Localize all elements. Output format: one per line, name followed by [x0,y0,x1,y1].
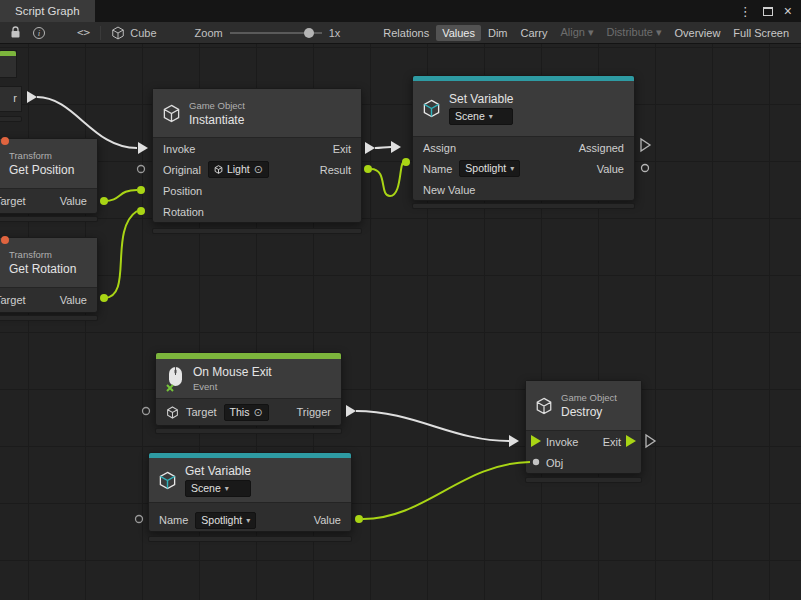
node-fragment-top[interactable] [0,50,17,78]
variable-kind-dropdown[interactable]: Scene ▾ [449,108,513,125]
port-label-value: Value [60,195,87,207]
node-footer [152,228,362,234]
node-footer [0,216,98,222]
toolbar-button-overview[interactable]: Overview [669,25,727,41]
toolbar-separator [100,26,101,40]
port-setvariable-assign[interactable] [391,141,401,153]
port-getrotation-value[interactable] [100,294,108,302]
port-label-exit: Exit [603,436,621,448]
wires-layer [0,44,801,600]
port-getvariable-value[interactable] [355,515,363,523]
event-stripe [0,51,16,56]
tab-script-graph[interactable]: Script Graph [0,0,95,22]
wire-getrotation-to-rotation[interactable] [104,211,137,298]
node-footer [0,315,98,321]
node-title: Instantiate [189,113,245,127]
window-controls: ⋮ × [739,0,801,22]
mouse-icon [165,366,185,392]
node-title: Get Position [9,163,74,177]
port-destroy-exit-outer[interactable] [646,435,655,447]
zoom-slider[interactable] [230,27,322,39]
zoom-slider-knob[interactable] [304,28,314,38]
port-label-value: Value [60,294,87,306]
wire-exit-to-assign[interactable] [375,147,391,148]
node-instantiate[interactable]: Game Object Instantiate Invoke Exit Orig… [152,88,362,223]
port-instantiate-original[interactable] [138,166,145,173]
toolbar-button-full-screen[interactable]: Full Screen [727,25,795,41]
wire-arrowhead-destroy-invoke[interactable] [509,435,519,447]
node-title: Get Rotation [9,262,76,276]
toolbar-button-distribute[interactable]: Distribute ▾ [600,24,667,41]
chevron-down-icon: ▾ [246,514,250,527]
node-get-rotation[interactable]: Transform Get Rotation Target Value [0,237,98,313]
node-footer [525,477,642,483]
graph-target-object[interactable]: Cube [111,26,156,40]
port-label-name: Name [423,163,452,175]
port-label-invoke: Invoke [163,143,195,155]
port-instantiate-invoke[interactable] [138,142,148,154]
close-icon[interactable]: × [784,4,792,18]
port-getvariable-name[interactable] [136,516,143,523]
port-label-position: Position [163,185,202,197]
chevron-down-icon: ▾ [510,162,514,175]
wire-getvariable-to-obj[interactable] [363,462,530,519]
node-on-mouse-exit[interactable]: On Mouse Exit Event Target This ⊙ Trigge… [155,352,342,426]
port-label-target: Target [0,294,26,306]
port-instantiate-rotation[interactable] [137,207,145,215]
menu-kebab-icon[interactable]: ⋮ [739,5,752,18]
node-footer [0,116,22,122]
port-instantiate-position[interactable] [137,186,145,194]
port-setvariable-input[interactable] [402,158,410,166]
toolbar-button-values[interactable]: Values [436,25,481,41]
gameobject-cube-icon [166,406,179,419]
port-instantiate-exit[interactable] [365,142,375,154]
variable-name-dropdown[interactable]: Spotlight ▾ [195,512,256,529]
port-label-target: Target [0,195,26,207]
variable-kind-value: Scene [455,110,485,123]
node-get-variable[interactable]: Get Variable Scene ▾ Name Spotlight ▾ Va… [148,452,352,532]
toolbar-button-relations[interactable]: Relations [377,25,435,41]
port-label-result: Result [320,164,351,176]
port-label-invoke: Invoke [546,436,578,448]
node-get-position[interactable]: Transform Get Position Target Value [0,138,98,214]
tab-title: Script Graph [15,5,80,17]
code-view-icon[interactable]: <> [77,26,90,39]
port-setvariable-assigned[interactable] [641,139,650,151]
toolbar-button-carry[interactable]: Carry [515,25,554,41]
port-label-exit: Exit [333,143,351,155]
get-variable-icon [158,471,177,490]
toolbar-buttons: RelationsValuesDimCarryAlign ▾Distribute… [377,24,797,41]
variable-kind-dropdown[interactable]: Scene ▾ [185,480,251,497]
maximize-icon[interactable] [763,7,773,16]
chevron-down-icon: ▾ [489,110,493,123]
wire-getposition-to-position[interactable] [104,190,137,201]
node-title: Destroy [561,405,617,419]
toolbar-button-dim[interactable]: Dim [482,25,514,41]
object-field-this[interactable]: This ⊙ [224,404,269,421]
variable-name-dropdown[interactable]: Spotlight ▾ [459,160,520,177]
info-icon[interactable]: i [27,27,51,39]
port-label-original: Original [163,164,201,176]
port-getposition-value[interactable] [100,197,108,205]
node-subtitle: Event [193,381,272,392]
port-instantiate-result[interactable] [364,165,372,173]
toolbar-button-align[interactable]: Align ▾ [554,24,599,41]
port-onmouseexit-trigger[interactable] [346,405,356,417]
object-picker-icon[interactable]: ⊙ [253,407,262,418]
object-field-light[interactable]: Light ⊙ [208,161,269,178]
object-field-value: Light [227,163,250,176]
lock-icon[interactable] [4,26,27,39]
object-cube-icon [214,165,223,174]
node-destroy[interactable]: Game Object Destroy Invoke Exit Obj [525,380,642,474]
port-label-trigger: Trigger [297,406,331,418]
port-onmouseexit-target[interactable] [143,408,150,415]
port-setvariable-value[interactable] [642,165,649,172]
port-fragment-output[interactable] [27,91,37,103]
node-category: Game Object [189,100,245,111]
object-picker-icon[interactable]: ⊙ [254,164,263,175]
wire-result-to-setvariable[interactable] [371,162,404,196]
node-fragment-body[interactable]: r [0,86,22,112]
node-set-variable[interactable]: Set Variable Scene ▾ Assign Assigned Nam… [412,75,635,201]
graph-canvas[interactable]: r Transform Get Position Target Value Tr… [0,44,801,600]
wire-trigger-to-destroy[interactable] [356,411,509,441]
